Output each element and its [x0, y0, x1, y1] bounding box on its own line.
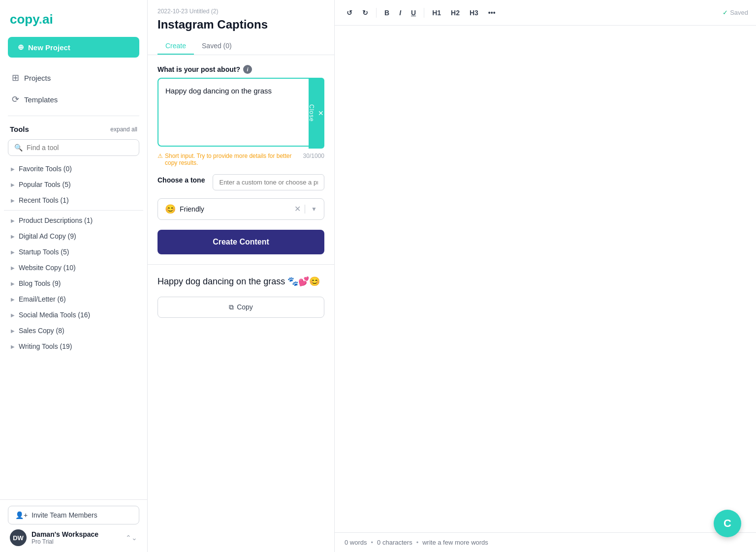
h1-button[interactable]: H1 — [428, 6, 445, 20]
tools-header: Tools expand all — [0, 120, 147, 136]
tool-item[interactable]: ▶ Blog Tools (9) — [4, 276, 143, 291]
page-title: Instagram Captions — [158, 18, 324, 32]
tab-create[interactable]: Create — [158, 38, 194, 55]
divider — [305, 205, 305, 214]
create-content-button[interactable]: Create Content — [158, 230, 324, 254]
divider — [8, 116, 139, 116]
char-count: 30/1000 — [303, 153, 324, 159]
copy-button[interactable]: ⧉ Copy — [158, 297, 324, 318]
chevron-right-icon: ▶ — [11, 234, 15, 239]
chevron-right-icon: ▶ — [11, 249, 15, 255]
redo-button[interactable]: ↻ — [358, 6, 372, 20]
right-footer: 0 words • 0 characters • write a few mor… — [335, 532, 756, 552]
tone-select[interactable]: 😊 Friendly ✕ ▼ — [158, 198, 324, 220]
right-panel: ↺ ↻ B I U H1 H2 H3 ••• ✓ Saved 0 words •… — [335, 0, 756, 552]
chevron-right-icon: ▶ — [11, 198, 15, 203]
tone-clear-button[interactable]: ✕ — [294, 204, 301, 214]
bold-button[interactable]: B — [380, 6, 393, 20]
more-options-button[interactable]: ••• — [484, 6, 500, 20]
sidebar-nav: ⊞ Projects ⟳ Templates — [0, 65, 147, 112]
tool-search-box[interactable]: 🔍 — [8, 139, 139, 156]
warning-text: ⚠ Short input. Try to provide more detai… — [158, 153, 303, 166]
tool-item[interactable]: ▶ Social Media Tools (16) — [4, 307, 143, 323]
tabs: Create Saved (0) — [158, 38, 324, 55]
char-count: 0 characters — [377, 539, 412, 546]
underline-button[interactable]: U — [407, 6, 420, 20]
search-icon: 🔍 — [14, 144, 23, 152]
tone-value: Friendly — [180, 205, 290, 213]
user-info: Daman's Workspace Pro Trial — [32, 530, 121, 545]
projects-icon: ⊞ — [12, 72, 19, 83]
tab-saved[interactable]: Saved (0) — [194, 38, 240, 55]
result-divider — [148, 264, 334, 265]
breadcrumb: 2022-10-23 Untitled (2) — [158, 8, 324, 15]
sidebar-item-templates[interactable]: ⟳ Templates — [6, 89, 141, 110]
undo-button[interactable]: ↺ — [343, 6, 356, 20]
textarea-wrapper: Happy dog dancing on the grass ✕ Close — [158, 78, 324, 149]
close-icon: ✕ — [317, 109, 325, 117]
close-panel-button[interactable]: ✕ Close — [309, 78, 324, 149]
italic-button[interactable]: I — [395, 6, 405, 20]
chevron-updown-icon: ⌃⌄ — [126, 534, 137, 542]
info-icon: i — [243, 65, 252, 74]
tool-item[interactable]: ▶ Recent Tools (1) — [4, 192, 143, 208]
plus-icon: ⊕ — [18, 43, 24, 52]
user-row[interactable]: DW Daman's Workspace Pro Trial ⌃⌄ — [8, 524, 139, 546]
chevron-right-icon: ▶ — [11, 344, 15, 349]
sidebar: copy.ai ⊕ New Project ⊞ Projects ⟳ Templ… — [0, 0, 148, 552]
editor-content[interactable] — [335, 26, 756, 532]
tool-item[interactable]: ▶ Product Descriptions (1) — [4, 213, 143, 228]
chevron-right-icon: ▶ — [11, 218, 15, 223]
middle-panel: 2022-10-23 Untitled (2) Instagram Captio… — [148, 0, 335, 552]
expand-all-button[interactable]: expand all — [110, 126, 137, 133]
dot-separator: • — [371, 539, 374, 546]
tool-item[interactable]: ▶ Website Copy (10) — [4, 260, 143, 276]
tool-item[interactable]: ▶ Popular Tools (5) — [4, 177, 143, 192]
chevron-right-icon: ▶ — [11, 328, 15, 334]
tool-list: ▶ Favorite Tools (0) ▶ Popular Tools (5)… — [0, 161, 147, 354]
tool-item[interactable]: ▶ Sales Copy (8) — [4, 323, 143, 338]
word-count: 0 words — [345, 539, 367, 546]
middle-header: 2022-10-23 Untitled (2) Instagram Captio… — [148, 0, 334, 55]
post-textarea[interactable]: Happy dog dancing on the grass — [158, 78, 324, 147]
right-toolbar: ↺ ↻ B I U H1 H2 H3 ••• ✓ Saved — [335, 0, 756, 26]
search-input[interactable] — [27, 144, 133, 152]
tone-emoji: 😊 — [165, 204, 176, 215]
divider — [4, 210, 143, 211]
sidebar-item-projects[interactable]: ⊞ Projects — [6, 67, 141, 88]
new-project-button[interactable]: ⊕ New Project — [8, 37, 139, 58]
chevron-right-icon: ▶ — [11, 297, 15, 302]
middle-body: What is your post about? i Happy dog dan… — [148, 55, 334, 552]
tool-item[interactable]: ▶ Startup Tools (5) — [4, 244, 143, 260]
h3-button[interactable]: H3 — [466, 6, 482, 20]
warning-row: ⚠ Short input. Try to provide more detai… — [158, 153, 324, 166]
check-icon: ✓ — [723, 9, 728, 16]
warning-icon: ⚠ — [158, 153, 163, 159]
sidebar-bottom: 👤+ Invite Team Members DW Daman's Worksp… — [0, 499, 147, 552]
tone-row: Choose a tone — [158, 174, 324, 190]
saved-indicator: ✓ Saved — [723, 9, 748, 16]
chevron-right-icon: ▶ — [11, 312, 15, 318]
copy-icon: ⧉ — [229, 303, 234, 311]
tool-item[interactable]: ▶ Favorite Tools (0) — [4, 161, 143, 177]
tool-item[interactable]: ▶ Email/Letter (6) — [4, 291, 143, 307]
post-field-label: What is your post about? i — [158, 65, 324, 74]
fab-button[interactable]: C — [714, 510, 741, 537]
tone-custom-input[interactable] — [213, 174, 324, 190]
h2-button[interactable]: H2 — [447, 6, 464, 20]
dot-separator: • — [416, 539, 419, 546]
invite-icon: 👤+ — [15, 511, 28, 519]
tool-item[interactable]: ▶ Digital Ad Copy (9) — [4, 228, 143, 244]
avatar: DW — [10, 529, 27, 546]
invite-team-members-button[interactable]: 👤+ Invite Team Members — [8, 506, 139, 524]
chevron-right-icon: ▶ — [11, 281, 15, 286]
divider — [376, 8, 377, 18]
divider — [424, 8, 424, 18]
chevron-down-icon[interactable]: ▼ — [311, 206, 317, 213]
tool-item[interactable]: ▶ Writing Tools (19) — [4, 338, 143, 354]
result-text: Happy dog dancing on the grass 🐾💕😊 — [158, 275, 324, 289]
logo: copy.ai — [0, 0, 147, 37]
chevron-right-icon: ▶ — [11, 166, 15, 172]
chevron-right-icon: ▶ — [11, 265, 15, 271]
templates-icon: ⟳ — [12, 94, 19, 105]
